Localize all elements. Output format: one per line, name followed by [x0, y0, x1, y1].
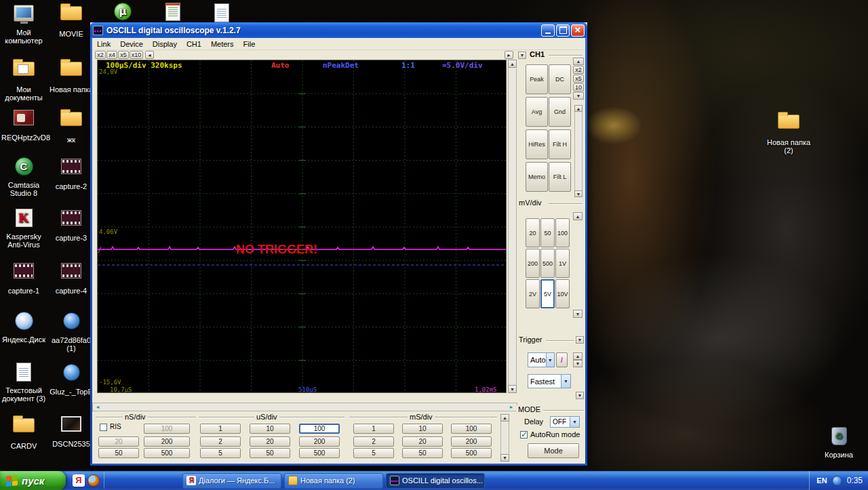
scroll-down-icon[interactable]: [508, 385, 517, 393]
scroll-left-icon[interactable]: [93, 403, 102, 411]
msdiv-5-button[interactable]: 5: [353, 448, 394, 458]
scroll-up-icon[interactable]: [500, 414, 509, 422]
mvdiv-100-button[interactable]: 100: [555, 218, 570, 247]
memo-button[interactable]: Memo: [526, 162, 548, 192]
desktop-icon[interactable]: Корзина: [816, 424, 861, 459]
desktop-icon[interactable]: capture-1: [1, 259, 46, 295]
gain-up-icon[interactable]: [573, 58, 584, 65]
scroll-up-icon[interactable]: [574, 105, 583, 112]
scroll-down-icon[interactable]: [500, 454, 509, 462]
ch1-dropdown-icon[interactable]: [518, 52, 526, 59]
titlebar[interactable]: OSCILL digital oscilloscope v.1.2.7: [90, 22, 587, 38]
usdiv-100-button[interactable]: 100: [299, 424, 340, 434]
mvdiv-50-button[interactable]: 50: [540, 218, 555, 247]
ch1-scrollbar[interactable]: [574, 105, 583, 197]
menu-link[interactable]: Link: [92, 39, 115, 49]
autorun-checkbox[interactable]: [520, 431, 528, 438]
task-new-folder[interactable]: Новая папка (2): [284, 473, 383, 489]
clock[interactable]: 0:35: [847, 476, 863, 485]
desktop-icon[interactable]: CARDV: [1, 412, 46, 450]
menu-meters[interactable]: Meters: [206, 39, 239, 49]
start-button[interactable]: пуск: [0, 471, 66, 490]
hires-button[interactable]: HiRes: [526, 129, 548, 159]
trigger-up-icon[interactable]: [573, 352, 583, 360]
usdiv-5-button[interactable]: 5: [200, 448, 241, 458]
scroll-left-icon[interactable]: [145, 51, 154, 59]
delay-select[interactable]: OFF▼: [550, 416, 580, 428]
usdiv-10-button[interactable]: 10: [250, 424, 290, 434]
desktop-icon[interactable]: capture-4: [49, 259, 94, 295]
zoom-x2-button[interactable]: x2: [95, 51, 106, 59]
msdiv-200-button[interactable]: 200: [451, 436, 492, 447]
desktop-icon[interactable]: MOVIE: [49, 0, 94, 38]
desktop-icon[interactable]: Текстовый документ (3): [1, 361, 46, 403]
zoom-x10-button[interactable]: x10: [130, 51, 143, 59]
nsdiv-20-button[interactable]: 20: [98, 436, 139, 447]
scroll-right-icon[interactable]: [505, 51, 513, 59]
mvdiv-20-button[interactable]: 20: [526, 218, 540, 247]
mvdiv-2v-button[interactable]: 2V: [526, 279, 540, 308]
ris-checkbox[interactable]: [100, 424, 107, 431]
tray-app-icon[interactable]: [832, 476, 842, 486]
desktop-icon[interactable]: Мои документы: [1, 56, 46, 102]
minimize-button[interactable]: [541, 24, 555, 37]
gain-10-button[interactable]: 10: [573, 83, 584, 91]
msdiv-10-button[interactable]: 10: [402, 424, 443, 434]
msdiv-500-button[interactable]: 500: [451, 448, 492, 458]
mvdiv-10v-button[interactable]: 10V: [555, 279, 570, 308]
close-button[interactable]: [571, 24, 585, 37]
nsdiv-100-button[interactable]: 100: [144, 424, 190, 434]
filt-l-button[interactable]: Filt L: [549, 162, 571, 192]
desktop-icon[interactable]: REQHptz2vD8: [1, 106, 46, 142]
menu-file[interactable]: File: [239, 39, 260, 49]
desktop-icon[interactable]: Новая папка: [49, 56, 94, 94]
task-oscill[interactable]: OSCILL digital oscillos...: [386, 473, 485, 489]
yandex-icon[interactable]: [73, 474, 85, 487]
desktop-icon[interactable]: capture-2: [49, 155, 94, 190]
language-indicator[interactable]: EN: [816, 476, 827, 485]
usdiv-20-button[interactable]: 20: [250, 436, 290, 447]
desktop-icon[interactable]: Kaspersky Anti-Virus: [1, 206, 46, 249]
gain-x5-button[interactable]: x5: [573, 75, 584, 83]
mvdiv-200-button[interactable]: 200: [526, 249, 540, 278]
menu-ch1[interactable]: CH1: [182, 39, 206, 49]
chevron-down-icon[interactable]: ▼: [546, 353, 554, 367]
scope-display[interactable]: 100µS/div 320ksps Auto nPeakDet 1:1 =5.0…: [97, 60, 507, 393]
usdiv-200-button[interactable]: 200: [299, 436, 340, 447]
desktop-icon[interactable]: Gluz_-_TopE: [49, 361, 94, 396]
trigger-down-icon[interactable]: [573, 360, 583, 367]
desktop-icon[interactable]: Мой компьютер: [1, 3, 46, 45]
desktop-icon[interactable]: capture-3: [49, 206, 94, 242]
msdiv-1-button[interactable]: 1: [353, 424, 394, 434]
gain-x2-button[interactable]: x2: [573, 66, 584, 74]
chevron-down-icon[interactable]: ▼: [570, 417, 579, 427]
chevron-down-icon[interactable]: ▼: [561, 375, 570, 388]
scroll-down-icon[interactable]: [574, 190, 583, 197]
nsdiv-50-button[interactable]: 50: [98, 448, 139, 458]
zoom-x4-button[interactable]: x4: [106, 51, 117, 59]
desktop-icon[interactable]: жк: [49, 106, 94, 144]
avg-button[interactable]: Avg: [526, 97, 548, 127]
scroll-up-icon[interactable]: [508, 60, 517, 68]
firefox-icon[interactable]: [87, 474, 100, 487]
mode-button[interactable]: Mode: [528, 443, 579, 458]
msdiv-50-button[interactable]: 50: [402, 448, 443, 458]
mvdiv-up-icon[interactable]: [573, 212, 583, 220]
usdiv-500-button[interactable]: 500: [299, 448, 340, 458]
mvdiv-1v-button[interactable]: 1V: [555, 249, 570, 278]
scroll-right-icon[interactable]: [507, 403, 516, 411]
desktop-icon[interactable]: DSCN2535: [49, 412, 94, 448]
scope-vertical-scrollbar[interactable]: [508, 60, 517, 393]
msdiv-2-button[interactable]: 2: [353, 436, 394, 447]
msdiv-20-button[interactable]: 20: [402, 436, 443, 447]
usdiv-2-button[interactable]: 2: [200, 436, 241, 447]
nsdiv-200-button[interactable]: 200: [144, 436, 190, 447]
usdiv-50-button[interactable]: 50: [250, 448, 290, 458]
dc-button[interactable]: DC: [549, 64, 571, 94]
mvdiv-500-button[interactable]: 500: [540, 249, 555, 278]
desktop-icon[interactable]: Camtasia Studio 8: [1, 155, 46, 197]
trigger-slope-button[interactable]: /: [556, 352, 568, 367]
filt-h-button[interactable]: Filt H: [549, 129, 571, 159]
zoom-x5-button[interactable]: x5: [118, 51, 129, 59]
desktop-icon[interactable]: Яндекс.Диск: [1, 309, 46, 344]
